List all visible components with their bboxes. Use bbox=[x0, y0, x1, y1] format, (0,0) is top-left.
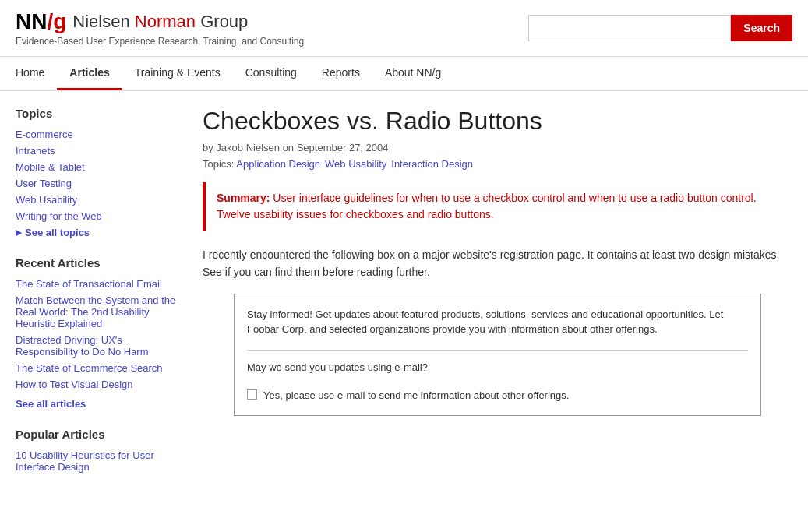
summary-text: User interface guidelines for when to us… bbox=[217, 192, 757, 220]
summary-box: Summary: User interface guidelines for w… bbox=[203, 182, 792, 231]
main-nav: Home Articles Training & Events Consulti… bbox=[0, 57, 808, 91]
recent-article-3[interactable]: Distracted Driving: UX's Responsibility … bbox=[16, 332, 187, 360]
see-all-articles[interactable]: See all articles bbox=[16, 396, 187, 412]
sidebar-link-writing[interactable]: Writing for the Web bbox=[16, 208, 187, 224]
sidebar-link-ecommerce[interactable]: E-commerce bbox=[16, 126, 187, 143]
example-question: May we send you updates using e-mail? bbox=[247, 360, 748, 376]
article-body: I recently encountered the following box… bbox=[203, 246, 792, 416]
recent-section-title: Recent Articles bbox=[16, 256, 187, 270]
article-title: Checkboxes vs. Radio Buttons bbox=[203, 107, 792, 136]
logo-area: NN/g Nielsen Norman Group Evidence-Based… bbox=[16, 9, 304, 47]
header: NN/g Nielsen Norman Group Evidence-Based… bbox=[0, 0, 808, 57]
article-date: on September 27, 2004 bbox=[283, 142, 389, 153]
content-area: Topics E-commerce Intranets Mobile & Tab… bbox=[0, 91, 808, 491]
example-inner: Stay informed! Get updates about feature… bbox=[235, 294, 760, 415]
nav-home[interactable]: Home bbox=[16, 57, 57, 90]
search-area: Search bbox=[528, 15, 792, 41]
nav-consulting[interactable]: Consulting bbox=[233, 57, 309, 90]
tagline: Evidence-Based User Experience Research,… bbox=[16, 36, 304, 47]
sidebar-link-intranets[interactable]: Intranets bbox=[16, 143, 187, 159]
example-divider bbox=[247, 350, 748, 351]
search-button[interactable]: Search bbox=[731, 15, 792, 41]
article-meta: by Jakob Nielsen on September 27, 2004 bbox=[203, 142, 792, 153]
main-article: Checkboxes vs. Radio Buttons by Jakob Ni… bbox=[203, 107, 792, 475]
topic-app-design[interactable]: Application Design bbox=[236, 158, 320, 170]
body-paragraph-1: I recently encountered the following box… bbox=[203, 246, 792, 281]
summary-label: Summary: bbox=[217, 192, 270, 204]
logo-full-name: Nielsen Norman Group bbox=[72, 12, 248, 32]
popular-section-title: Popular Articles bbox=[16, 428, 187, 441]
summary-content: Summary: User interface guidelines for w… bbox=[217, 190, 782, 223]
logo-line: NN/g Nielsen Norman Group bbox=[16, 9, 304, 34]
recent-article-4[interactable]: The State of Ecommerce Search bbox=[16, 360, 187, 376]
sidebar-link-mobile[interactable]: Mobile & Tablet bbox=[16, 159, 187, 175]
example-checkbox[interactable] bbox=[247, 389, 257, 400]
nav-reports[interactable]: Reports bbox=[309, 57, 372, 90]
logo-g: g bbox=[53, 9, 66, 33]
recent-article-1[interactable]: The State of Transactional Email bbox=[16, 276, 187, 292]
popular-article-1[interactable]: 10 Usability Heuristics for User Interfa… bbox=[16, 447, 187, 475]
topic-interaction-design[interactable]: Interaction Design bbox=[391, 158, 473, 170]
logo-mark: NN/g bbox=[16, 9, 66, 34]
see-all-topics[interactable]: See all topics bbox=[16, 224, 187, 241]
example-checkbox-row: Yes, please use e-mail to send me inform… bbox=[247, 389, 748, 403]
recent-article-2[interactable]: Match Between the System and the Real Wo… bbox=[16, 292, 187, 332]
example-box: Stay informed! Get updates about feature… bbox=[234, 294, 761, 416]
recent-article-5[interactable]: How to Test Visual Design bbox=[16, 376, 187, 393]
article-topics: Topics: Application DesignWeb UsabilityI… bbox=[203, 158, 792, 170]
search-input[interactable] bbox=[528, 15, 731, 41]
topics-section-title: Topics bbox=[16, 107, 187, 120]
logo-nn: NN bbox=[16, 9, 47, 33]
example-checkbox-label: Yes, please use e-mail to send me inform… bbox=[263, 389, 569, 403]
sidebar: Topics E-commerce Intranets Mobile & Tab… bbox=[16, 107, 187, 475]
sidebar-link-usertesting[interactable]: User Testing bbox=[16, 175, 187, 192]
article-author: by Jakob Nielsen bbox=[203, 142, 280, 153]
example-promo-text: Stay informed! Get updates about feature… bbox=[247, 307, 748, 337]
topics-label: Topics: bbox=[203, 158, 236, 170]
nav-training[interactable]: Training & Events bbox=[122, 57, 233, 90]
nav-about[interactable]: About NN/g bbox=[372, 57, 453, 90]
nav-articles[interactable]: Articles bbox=[57, 57, 122, 90]
topic-web-usability[interactable]: Web Usability bbox=[325, 158, 386, 170]
sidebar-link-webusability[interactable]: Web Usability bbox=[16, 192, 187, 208]
